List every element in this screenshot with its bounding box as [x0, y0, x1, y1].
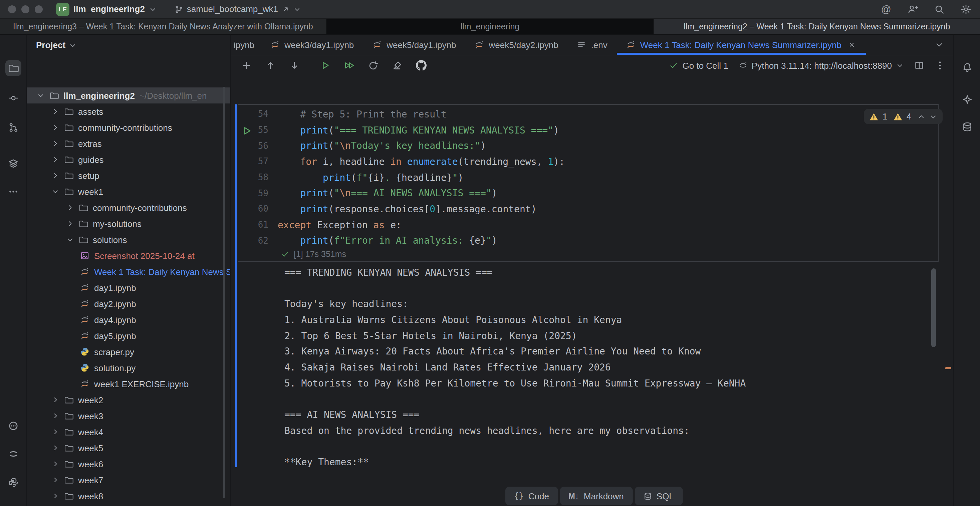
tree-item[interactable]: week5: [27, 440, 230, 456]
chevron-down-icon[interactable]: [65, 234, 75, 245]
error-stripe-mark[interactable]: [945, 367, 951, 369]
add-code-cell-button[interactable]: {} Code: [505, 487, 558, 505]
ai-assistant-tool-button[interactable]: [959, 91, 975, 107]
previous-problem-icon[interactable]: [917, 113, 925, 121]
run-cell-button[interactable]: [318, 58, 332, 73]
editor-tab[interactable]: .env: [568, 35, 617, 55]
tree-item[interactable]: week2: [27, 392, 230, 408]
database-tool-button[interactable]: [959, 119, 975, 135]
next-cell-button[interactable]: [287, 58, 302, 73]
kernel-selector[interactable]: Python 3.11.14: http://localhost:8890: [738, 60, 904, 70]
tree-item[interactable]: Week 1 Task: Daily Kenyan News Summarize…: [27, 264, 230, 280]
editor-tab[interactable]: ipynb: [231, 35, 261, 55]
tree-item[interactable]: week7: [27, 472, 230, 488]
chevron-right-icon[interactable]: [50, 411, 61, 421]
tree-item[interactable]: solution.py: [27, 360, 230, 376]
window-tab[interactable]: llm_engineering3 – Week 1 Task: Kenyan D…: [0, 19, 326, 34]
search-everywhere-icon[interactable]: [934, 4, 945, 14]
chevron-down-icon[interactable]: [50, 186, 61, 197]
editor-scrollbar-thumb[interactable]: [931, 268, 936, 347]
project-tool-button[interactable]: [5, 60, 21, 76]
editor-tab[interactable]: Week 1 Task: Daily Kenyan News Summarize…: [617, 35, 866, 55]
tree-item[interactable]: assets: [27, 103, 230, 119]
chevron-right-icon[interactable]: [50, 106, 61, 117]
chevron-right-icon[interactable]: [50, 395, 61, 405]
project-tree-scrollbar[interactable]: [223, 87, 225, 498]
tree-item[interactable]: extras: [27, 135, 230, 151]
clear-outputs-button[interactable]: [390, 58, 404, 73]
python-console-tool-button[interactable]: [5, 475, 21, 491]
project-widget[interactable]: LE llm_engineering2: [56, 2, 157, 16]
tree-item[interactable]: guides: [27, 151, 230, 167]
tree-item[interactable]: my-solutions: [27, 216, 230, 232]
vcs-branch-widget[interactable]: samuel_bootcamp_wk1: [174, 4, 301, 14]
run-line-icon[interactable]: [243, 126, 251, 137]
structure-tool-button[interactable]: [5, 156, 21, 172]
tree-item[interactable]: day1.ipynb: [27, 280, 230, 296]
window-tab[interactable]: llm_engineering2 – Week 1 Task: Daily Ke…: [653, 19, 980, 34]
close-tab-icon[interactable]: [848, 40, 857, 49]
zoom-window-button[interactable]: [35, 5, 43, 13]
code-cell[interactable]: 54 # Step 5: Print the result55 print("=…: [238, 104, 939, 262]
settings-gear-icon[interactable]: [961, 4, 971, 14]
tree-item[interactable]: day4.ipynb: [27, 312, 230, 328]
ai-chat-tool-button[interactable]: [5, 418, 21, 434]
chevron-right-icon[interactable]: [50, 138, 61, 149]
close-window-button[interactable]: [8, 5, 16, 13]
editor-layout-icon[interactable]: [914, 60, 924, 71]
project-panel-header[interactable]: Project: [27, 35, 230, 56]
tree-item[interactable]: llm_engineering2~/Desktop/llm_en: [27, 88, 230, 103]
tree-item[interactable]: community-contributions: [27, 119, 230, 135]
tree-item[interactable]: community-contributions: [27, 200, 230, 216]
chevron-down-icon[interactable]: [35, 90, 46, 101]
commit-tool-button[interactable]: [5, 90, 21, 106]
tree-item[interactable]: week3: [27, 408, 230, 424]
at-mention-icon[interactable]: @: [881, 3, 891, 15]
tree-item[interactable]: week4: [27, 424, 230, 440]
code-editor[interactable]: 54 # Step 5: Print the result55 print("=…: [238, 106, 938, 248]
tree-item[interactable]: setup: [27, 167, 230, 184]
window-tab[interactable]: llm_engineering: [326, 19, 653, 34]
chevron-right-icon[interactable]: [50, 458, 61, 469]
tree-item[interactable]: week6: [27, 456, 230, 472]
add-cell-button[interactable]: [239, 58, 254, 73]
chevron-right-icon[interactable]: [50, 170, 61, 181]
tree-item[interactable]: day2.ipynb: [27, 296, 230, 312]
github-button[interactable]: [414, 58, 429, 73]
tree-item[interactable]: day5.ipynb: [27, 328, 230, 344]
chevron-right-icon[interactable]: [65, 202, 75, 213]
git-tool-button[interactable]: [5, 119, 21, 135]
restart-kernel-button[interactable]: [366, 58, 380, 73]
minimize-window-button[interactable]: [21, 5, 29, 13]
tree-item[interactable]: week1 EXERCISE.ipynb: [27, 376, 230, 392]
editor-tab[interactable]: week3/day1.ipynb: [261, 35, 363, 55]
tree-item[interactable]: scraper.py: [27, 344, 230, 360]
next-problem-icon[interactable]: [929, 113, 937, 121]
tree-item[interactable]: solutions: [27, 232, 230, 248]
tree-item[interactable]: week1: [27, 184, 230, 200]
hidden-tabs-dropdown-icon[interactable]: [935, 40, 944, 49]
run-all-button[interactable]: [342, 58, 356, 73]
tree-item[interactable]: [27, 504, 230, 506]
tree-item[interactable]: week8: [27, 488, 230, 504]
code-with-me-icon[interactable]: [907, 4, 918, 14]
more-tool-button[interactable]: [5, 184, 21, 200]
add-sql-cell-button[interactable]: SQL: [635, 487, 682, 505]
go-to-cell-button[interactable]: Go to Cell 1: [669, 60, 728, 70]
chevron-right-icon[interactable]: [50, 426, 61, 437]
chevron-right-icon[interactable]: [50, 475, 61, 485]
jupyter-tool-button[interactable]: [5, 446, 21, 462]
chevron-right-icon[interactable]: [65, 218, 75, 229]
chevron-right-icon[interactable]: [50, 122, 61, 133]
tree-item[interactable]: Screenshot 2025-10-24 at: [27, 248, 230, 264]
editor-tab[interactable]: week5/day2.ipynb: [465, 35, 568, 55]
cell-problems-widget[interactable]: 1 4: [864, 109, 943, 124]
more-options-icon[interactable]: [935, 60, 945, 71]
notifications-tool-button[interactable]: [959, 59, 975, 75]
chevron-right-icon[interactable]: [50, 491, 61, 501]
services-tool-button[interactable]: [5, 503, 21, 506]
chevron-right-icon[interactable]: [50, 442, 61, 453]
editor-tab[interactable]: week5/day1.ipynb: [363, 35, 465, 55]
previous-cell-button[interactable]: [263, 58, 278, 73]
add-markdown-cell-button[interactable]: M↓ Markdown: [560, 487, 633, 505]
